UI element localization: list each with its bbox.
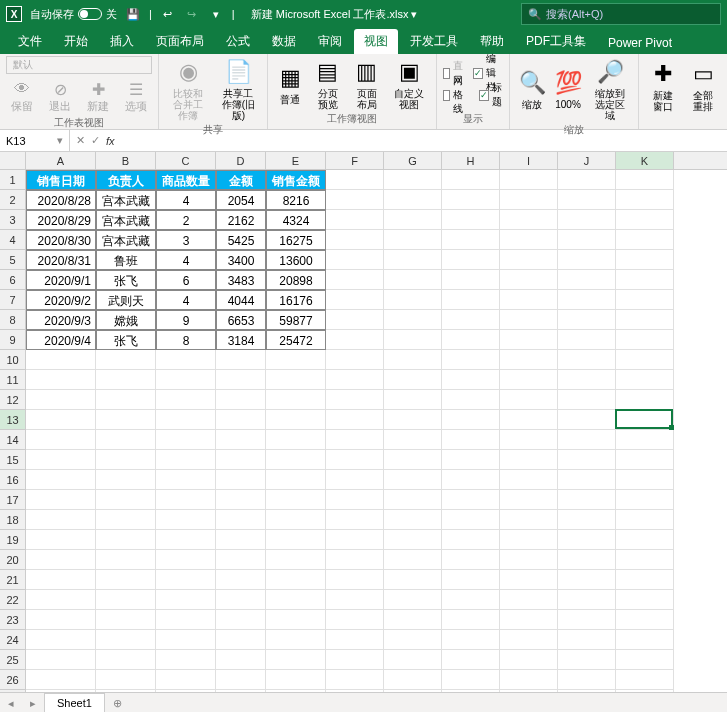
tab-页面布局[interactable]: 页面布局: [146, 29, 214, 54]
cell[interactable]: 销售日期: [26, 170, 96, 190]
cell[interactable]: [442, 670, 500, 690]
cell[interactable]: [500, 390, 558, 410]
cell[interactable]: [326, 390, 384, 410]
cell[interactable]: 负责人: [96, 170, 156, 190]
cell[interactable]: 4: [156, 190, 216, 210]
cell[interactable]: [558, 570, 616, 590]
row-header-26[interactable]: 26: [0, 670, 26, 690]
tab-文件[interactable]: 文件: [8, 29, 52, 54]
col-header-B[interactable]: B: [96, 152, 156, 169]
cell[interactable]: [26, 450, 96, 470]
cell[interactable]: [26, 650, 96, 670]
sheet-nav-prev[interactable]: ◂: [0, 697, 22, 710]
cell[interactable]: 2020/9/3: [26, 310, 96, 330]
cell[interactable]: 金额: [216, 170, 266, 190]
cell[interactable]: [326, 670, 384, 690]
cell[interactable]: [266, 490, 326, 510]
cell[interactable]: [96, 610, 156, 630]
cell[interactable]: [616, 450, 674, 470]
cell[interactable]: [558, 350, 616, 370]
cell[interactable]: [96, 570, 156, 590]
cell[interactable]: 2020/8/29: [26, 210, 96, 230]
row-header-8[interactable]: 8: [0, 310, 26, 330]
cell[interactable]: 张飞: [96, 270, 156, 290]
cell[interactable]: [96, 650, 156, 670]
cell[interactable]: [442, 170, 500, 190]
cell[interactable]: 16176: [266, 290, 326, 310]
cell[interactable]: [26, 410, 96, 430]
cell[interactable]: [156, 430, 216, 450]
cell[interactable]: 商品数量: [156, 170, 216, 190]
cell[interactable]: [442, 470, 500, 490]
cell[interactable]: [616, 530, 674, 550]
cell[interactable]: 4044: [216, 290, 266, 310]
tab-审阅[interactable]: 审阅: [308, 29, 352, 54]
cell[interactable]: [216, 510, 266, 530]
cell[interactable]: [216, 630, 266, 650]
cell[interactable]: [558, 270, 616, 290]
cell[interactable]: [384, 690, 442, 692]
cell[interactable]: [266, 430, 326, 450]
cell[interactable]: [442, 190, 500, 210]
row-header-25[interactable]: 25: [0, 650, 26, 670]
cell[interactable]: [384, 190, 442, 210]
cell[interactable]: [266, 690, 326, 692]
cells-grid[interactable]: 销售日期负责人商品数量金额销售金额2020/8/28宫本武藏4205482162…: [26, 170, 674, 692]
cell[interactable]: [266, 610, 326, 630]
name-box[interactable]: K13▾: [0, 130, 70, 151]
view-default[interactable]: 默认: [6, 56, 152, 74]
cell[interactable]: 宫本武藏: [96, 210, 156, 230]
cell[interactable]: 3184: [216, 330, 266, 350]
cell[interactable]: [616, 210, 674, 230]
cell[interactable]: [442, 410, 500, 430]
cell[interactable]: [558, 250, 616, 270]
cell[interactable]: [442, 450, 500, 470]
cell[interactable]: [500, 630, 558, 650]
cell[interactable]: 16275: [266, 230, 326, 250]
cell[interactable]: [326, 610, 384, 630]
cell[interactable]: [156, 450, 216, 470]
cell[interactable]: [156, 690, 216, 692]
cell[interactable]: 宫本武藏: [96, 230, 156, 250]
page-layout-button[interactable]: ▥页面布局: [349, 56, 384, 112]
cell[interactable]: [500, 490, 558, 510]
cell[interactable]: [558, 370, 616, 390]
cell[interactable]: [558, 210, 616, 230]
cell[interactable]: [384, 250, 442, 270]
cell[interactable]: [442, 330, 500, 350]
cell[interactable]: [616, 230, 674, 250]
cell[interactable]: [96, 430, 156, 450]
cell[interactable]: [442, 510, 500, 530]
cell[interactable]: [558, 410, 616, 430]
cell[interactable]: [442, 270, 500, 290]
cell[interactable]: [500, 330, 558, 350]
cell[interactable]: [500, 170, 558, 190]
cell[interactable]: [442, 650, 500, 670]
col-header-G[interactable]: G: [384, 152, 442, 169]
cell[interactable]: [266, 570, 326, 590]
tab-公式[interactable]: 公式: [216, 29, 260, 54]
cell[interactable]: [616, 570, 674, 590]
cell[interactable]: [326, 650, 384, 670]
cell[interactable]: [96, 370, 156, 390]
cell[interactable]: 2162: [216, 210, 266, 230]
cell[interactable]: [266, 410, 326, 430]
cell[interactable]: [558, 630, 616, 650]
cell[interactable]: [500, 570, 558, 590]
cell[interactable]: [558, 170, 616, 190]
cell[interactable]: [326, 570, 384, 590]
cell[interactable]: 20898: [266, 270, 326, 290]
row-header-3[interactable]: 3: [0, 210, 26, 230]
cell[interactable]: [500, 430, 558, 450]
cell[interactable]: 2020/8/31: [26, 250, 96, 270]
cell[interactable]: [156, 650, 216, 670]
cell[interactable]: [558, 190, 616, 210]
cell[interactable]: [26, 510, 96, 530]
cell[interactable]: 6: [156, 270, 216, 290]
row-header-22[interactable]: 22: [0, 590, 26, 610]
cell[interactable]: [266, 510, 326, 530]
cell[interactable]: 9: [156, 310, 216, 330]
custom-view-button[interactable]: ▣自定义视图: [388, 56, 430, 112]
cell[interactable]: [384, 610, 442, 630]
cell[interactable]: 2020/9/1: [26, 270, 96, 290]
